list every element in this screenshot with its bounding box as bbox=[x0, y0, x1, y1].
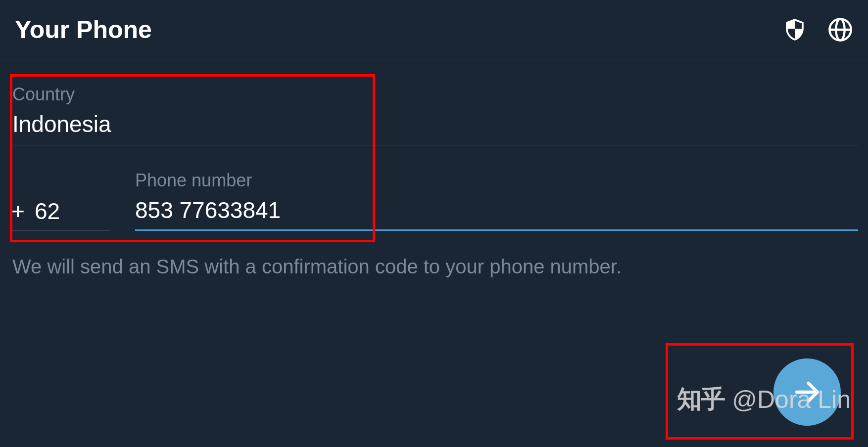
phone-label: Phone number bbox=[135, 170, 858, 191]
country-label: Country bbox=[12, 84, 856, 105]
shield-icon-button[interactable] bbox=[782, 17, 808, 43]
plus-symbol: + bbox=[11, 198, 25, 224]
page-title: Your Phone bbox=[15, 15, 152, 44]
content-area: Country Indonesia + Phone number We will… bbox=[0, 59, 868, 278]
header: Your Phone bbox=[0, 0, 868, 59]
phone-number-input[interactable] bbox=[135, 197, 858, 224]
next-button[interactable] bbox=[773, 358, 841, 426]
globe-icon bbox=[827, 17, 853, 43]
globe-icon-button[interactable] bbox=[827, 17, 853, 43]
country-code-field[interactable]: + bbox=[11, 198, 110, 231]
hint-text: We will send an SMS with a confirmation … bbox=[10, 256, 858, 278]
country-code-input[interactable] bbox=[35, 198, 84, 224]
arrow-right-icon bbox=[792, 377, 822, 407]
country-selector[interactable]: Country Indonesia bbox=[10, 74, 858, 145]
shield-icon bbox=[783, 18, 807, 42]
country-field-group: Country Indonesia bbox=[10, 74, 858, 145]
phone-row: + Phone number bbox=[10, 170, 858, 231]
phone-number-field: Phone number bbox=[135, 170, 858, 231]
header-actions bbox=[782, 17, 853, 43]
country-value: Indonesia bbox=[12, 111, 856, 137]
watermark-zhihu: 知乎 bbox=[677, 383, 724, 416]
